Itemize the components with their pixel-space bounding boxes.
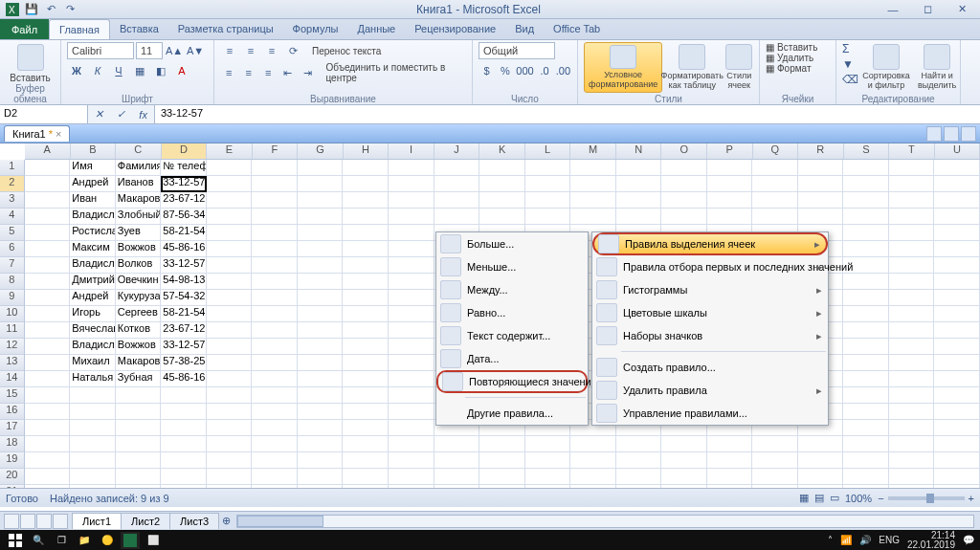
cell[interactable]	[934, 257, 980, 274]
cell[interactable]	[343, 452, 389, 469]
cell[interactable]	[752, 192, 798, 209]
cell[interactable]: Иван	[70, 192, 116, 209]
cell[interactable]	[298, 452, 344, 469]
row-header[interactable]: 19	[0, 452, 25, 469]
cell[interactable]: Волков	[116, 257, 162, 274]
cell[interactable]	[889, 274, 935, 290]
cell[interactable]	[389, 420, 434, 436]
cell[interactable]	[25, 176, 71, 192]
cell[interactable]	[525, 485, 571, 488]
merge-center[interactable]: Объединить и поместить в центре	[326, 62, 467, 83]
cell[interactable]	[116, 436, 162, 452]
cell[interactable]	[843, 387, 889, 404]
cell[interactable]	[570, 192, 616, 209]
cell[interactable]	[25, 192, 71, 209]
view-page-icon[interactable]: ▤	[814, 492, 824, 504]
cell[interactable]	[343, 274, 389, 290]
row-header[interactable]: 3	[0, 192, 25, 209]
cell[interactable]	[616, 469, 662, 485]
cell[interactable]	[661, 485, 707, 488]
cell[interactable]	[389, 192, 434, 209]
cell[interactable]: 57-54-32	[161, 290, 207, 306]
cell[interactable]	[161, 485, 207, 488]
sheet-tab-3[interactable]: Лист3	[169, 513, 219, 529]
cell[interactable]	[525, 160, 571, 176]
cell[interactable]	[298, 257, 344, 274]
col-header-I[interactable]: I	[389, 143, 434, 159]
cell[interactable]: Фамилия	[116, 160, 162, 176]
close-icon[interactable]: ✕	[947, 2, 976, 17]
cell[interactable]	[843, 274, 889, 290]
cell[interactable]: Зуев	[116, 225, 162, 241]
cell-styles-button[interactable]: Стили ячеек	[722, 42, 756, 93]
cell[interactable]: Макаров	[116, 192, 162, 209]
cell[interactable]	[843, 420, 889, 436]
col-header-Q[interactable]: Q	[753, 143, 799, 159]
cell[interactable]	[252, 160, 298, 176]
cell[interactable]	[479, 452, 525, 469]
cell[interactable]: 45-86-16	[161, 241, 207, 257]
font-name[interactable]: Calibri	[67, 42, 134, 59]
col-header-C[interactable]: C	[116, 143, 162, 159]
cell[interactable]	[298, 371, 344, 387]
cell[interactable]	[298, 160, 344, 176]
cell[interactable]	[207, 387, 253, 404]
start-icon[interactable]	[6, 532, 25, 549]
cell[interactable]	[434, 469, 480, 485]
confirm-fx-icon[interactable]: ✓	[117, 108, 125, 121]
cell[interactable]	[843, 290, 889, 306]
cell[interactable]	[25, 355, 71, 371]
cell[interactable]	[25, 290, 71, 306]
col-header-S[interactable]: S	[844, 143, 890, 159]
indent-dec-icon[interactable]: ⇤	[279, 64, 298, 81]
cell[interactable]	[843, 225, 889, 241]
volume-icon[interactable]: 🔊	[859, 535, 871, 545]
cell[interactable]	[570, 436, 616, 452]
tab-insert[interactable]: Вставка	[110, 19, 168, 39]
autosum-icon[interactable]: Σ	[842, 42, 858, 55]
cell[interactable]	[661, 469, 707, 485]
cell[interactable]	[798, 192, 844, 209]
workbook-tab[interactable]: Книга1 * ×	[4, 125, 70, 142]
cell[interactable]	[843, 355, 889, 371]
cell[interactable]	[934, 225, 980, 241]
search-icon[interactable]: 🔍	[29, 532, 48, 549]
cell[interactable]	[207, 306, 253, 322]
cell[interactable]	[434, 192, 480, 209]
cell[interactable]	[843, 469, 889, 485]
format-cells-icon[interactable]: ▦	[766, 63, 774, 74]
cell[interactable]	[843, 485, 889, 488]
cell[interactable]	[25, 485, 71, 488]
cell[interactable]	[252, 306, 298, 322]
cell[interactable]	[889, 469, 935, 485]
align-bot-icon[interactable]: ≡	[262, 42, 281, 59]
taskview-icon[interactable]: ❐	[52, 532, 71, 549]
cell[interactable]	[207, 290, 253, 306]
cell[interactable]: № телефона	[161, 160, 207, 176]
mi-top-bottom-rules[interactable]: Правила отбора первых и последних значен…	[592, 255, 828, 278]
cell[interactable]	[207, 339, 253, 355]
cell[interactable]	[343, 469, 389, 485]
cell[interactable]	[343, 176, 389, 192]
cell[interactable]	[343, 371, 389, 387]
cell[interactable]	[479, 485, 525, 488]
cell[interactable]	[207, 225, 253, 241]
clock-time[interactable]: 21:14	[907, 531, 955, 540]
cell[interactable]: Кукуруза	[116, 290, 162, 306]
cell[interactable]	[252, 274, 298, 290]
maximize-icon[interactable]: ◻	[913, 2, 942, 17]
cell[interactable]	[161, 420, 207, 436]
cell[interactable]	[752, 176, 798, 192]
cell[interactable]	[479, 192, 525, 209]
cell[interactable]	[25, 452, 71, 469]
cell[interactable]	[661, 436, 707, 452]
col-header-K[interactable]: K	[479, 143, 525, 159]
cell[interactable]	[752, 469, 798, 485]
col-header-G[interactable]: G	[298, 143, 344, 159]
cell[interactable]	[207, 436, 253, 452]
cell[interactable]: Наталья	[70, 371, 116, 387]
inc-dec-icon[interactable]: .0	[536, 62, 552, 79]
save-icon[interactable]: 💾	[23, 2, 40, 17]
conditional-formatting-button[interactable]: Условное форматирование	[584, 42, 662, 93]
cell[interactable]: 57-38-25	[161, 355, 207, 371]
